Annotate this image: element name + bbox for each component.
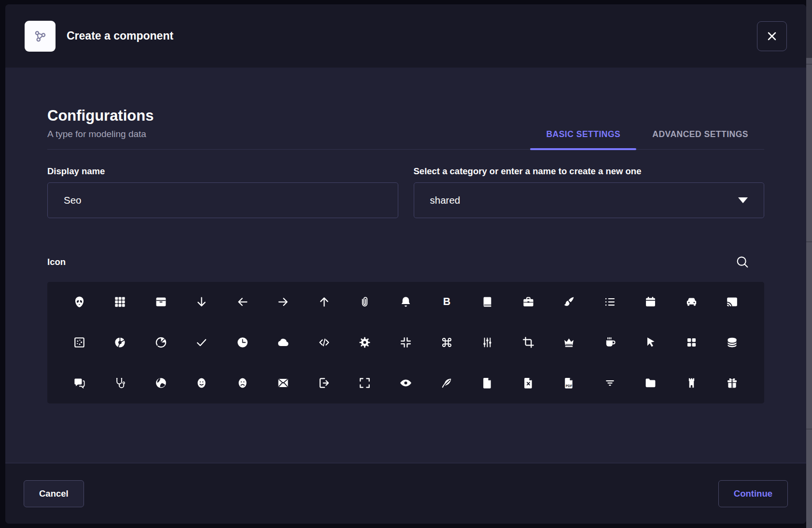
crop-icon <box>522 336 535 349</box>
file-icon <box>481 376 494 389</box>
icon-option-discuss[interactable] <box>59 363 100 403</box>
section-titles: Configurations A type for modeling data <box>47 107 530 149</box>
icon-option-envelop[interactable] <box>263 363 304 403</box>
cup-icon <box>603 336 616 349</box>
display-name-input[interactable]: Seo <box>47 182 398 218</box>
chart-circle-icon <box>113 336 126 349</box>
icon-option-car[interactable] <box>671 282 712 322</box>
close-button[interactable] <box>757 21 787 51</box>
cursor-icon <box>644 336 657 349</box>
emotion-unhappy-icon <box>236 376 249 389</box>
gate-icon <box>685 376 698 389</box>
cog-icon <box>358 336 371 349</box>
cloud-icon <box>277 336 290 349</box>
icon-option-arrow-right[interactable] <box>263 282 304 322</box>
dashboard-icon <box>685 336 698 349</box>
bell-icon <box>399 295 412 308</box>
icon-option-expand[interactable] <box>345 363 386 403</box>
icon-option-apps[interactable] <box>100 282 141 322</box>
icon-option-crop[interactable] <box>508 322 549 363</box>
icon-option-feather[interactable] <box>426 363 467 403</box>
arrow-right-icon <box>277 295 290 308</box>
icon-option-code[interactable] <box>304 322 345 363</box>
form-fields: Display name Seo Select a category or en… <box>47 166 764 218</box>
svg-text:B: B <box>443 296 450 307</box>
icon-option-alien[interactable] <box>59 282 100 322</box>
page-scrollbar-thumb[interactable] <box>806 0 812 58</box>
icon-option-bold[interactable]: B <box>426 282 467 322</box>
bullet-list-icon <box>603 295 616 308</box>
category-select[interactable]: shared <box>414 182 765 218</box>
arrow-up-icon <box>318 295 331 308</box>
icon-option-cloud[interactable] <box>263 322 304 363</box>
icon-option-earth[interactable] <box>140 363 182 403</box>
close-icon <box>765 29 779 43</box>
tab-advanced-settings[interactable]: ADVANCED SETTINGS <box>636 129 764 149</box>
icon-option-collapse[interactable] <box>385 322 426 363</box>
icon-option-chart-pie[interactable] <box>140 322 182 363</box>
icon-option-cast[interactable] <box>712 282 753 322</box>
icon-option-doctor[interactable] <box>100 363 141 403</box>
display-name-field: Display name Seo <box>47 166 398 218</box>
category-label: Select a category or enter a name to cre… <box>414 166 765 177</box>
briefcase-icon <box>522 295 535 308</box>
page-scrollbar[interactable] <box>806 0 812 528</box>
archive-icon <box>154 295 168 308</box>
component-icon <box>25 21 56 52</box>
clock-icon <box>236 336 249 349</box>
icon-option-crown[interactable] <box>548 322 589 363</box>
icon-option-clock[interactable] <box>222 322 263 363</box>
icon-search-button[interactable] <box>735 255 750 269</box>
collapse-icon <box>399 336 412 349</box>
icon-option-emotion-unhappy[interactable] <box>222 363 263 403</box>
create-component-modal: Create a component Configurations A type… <box>5 4 806 524</box>
emotion-happy-icon <box>195 376 208 389</box>
folder-icon <box>644 376 657 389</box>
icon-option-emotion-happy[interactable] <box>182 363 223 403</box>
icon-option-file-pdf[interactable]: PDF <box>548 363 589 403</box>
alien-icon <box>73 295 86 308</box>
modal-body: Configurations A type for modeling data … <box>5 68 806 463</box>
feather-icon <box>440 376 453 389</box>
icon-option-attachment[interactable] <box>345 282 386 322</box>
icon-option-arrow-down[interactable] <box>182 282 223 322</box>
icon-option-database[interactable] <box>712 322 753 363</box>
icon-option-chart-circle[interactable] <box>100 322 141 363</box>
icon-option-calendar[interactable] <box>630 282 671 322</box>
icon-option-bell[interactable] <box>385 282 426 322</box>
connector-icon <box>481 336 494 349</box>
icon-option-archive[interactable] <box>140 282 182 322</box>
icon-option-file[interactable] <box>467 363 508 403</box>
icon-option-brush[interactable] <box>548 282 589 322</box>
icon-option-arrow-up[interactable] <box>304 282 345 322</box>
check-icon <box>195 336 208 349</box>
envelop-icon <box>277 376 290 389</box>
cancel-button[interactable]: Cancel <box>24 480 84 507</box>
icon-option-book[interactable] <box>467 282 508 322</box>
icon-option-filter[interactable] <box>589 363 630 403</box>
icon-option-check[interactable] <box>182 322 223 363</box>
icon-option-cup[interactable] <box>589 322 630 363</box>
car-icon <box>685 295 698 308</box>
icon-option-bullet-list[interactable] <box>589 282 630 322</box>
icon-option-dashboard[interactable] <box>671 322 712 363</box>
chevron-down-icon <box>738 197 748 203</box>
settings-tabs: BASIC SETTINGS ADVANCED SETTINGS <box>530 129 764 149</box>
page-subtitle: A type for modeling data <box>47 129 530 139</box>
icon-option-arrow-left[interactable] <box>222 282 263 322</box>
icon-option-gift[interactable] <box>712 363 753 403</box>
icon-option-exit[interactable] <box>304 363 345 403</box>
icon-option-chart-bubble[interactable] <box>59 322 100 363</box>
icon-option-file-error[interactable] <box>508 363 549 403</box>
continue-button[interactable]: Continue <box>718 480 788 507</box>
search-icon <box>735 255 750 269</box>
icon-option-eye[interactable] <box>385 363 426 403</box>
icon-option-command[interactable] <box>426 322 467 363</box>
icon-option-briefcase[interactable] <box>508 282 549 322</box>
icon-option-folder[interactable] <box>630 363 671 403</box>
icon-option-connector[interactable] <box>467 322 508 363</box>
tab-basic-settings[interactable]: BASIC SETTINGS <box>530 129 636 149</box>
icon-option-cursor[interactable] <box>630 322 671 363</box>
icon-option-cog[interactable] <box>345 322 386 363</box>
icon-option-gate[interactable] <box>671 363 712 403</box>
